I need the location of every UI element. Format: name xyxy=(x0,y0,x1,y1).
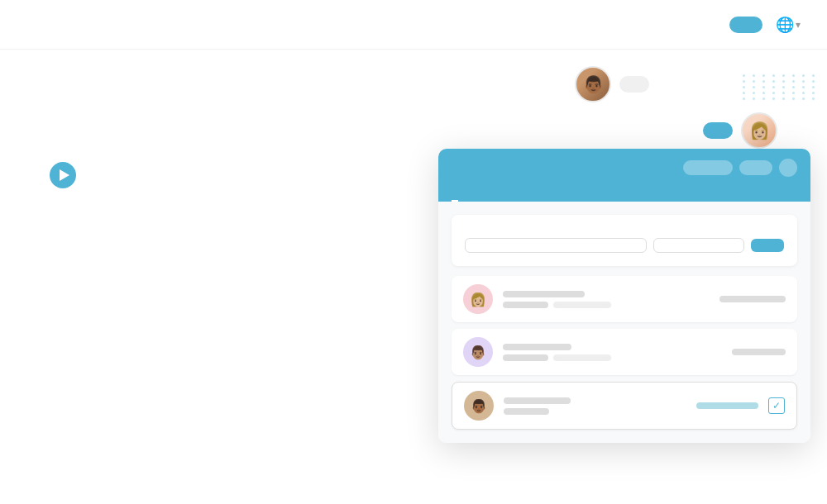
candidate-meta-3 xyxy=(504,408,626,415)
candidate-meta-2 xyxy=(503,354,639,361)
play-triangle xyxy=(60,169,69,181)
language-selector[interactable]: 🌐 ▾ xyxy=(776,16,801,34)
app-body: 👩🏼 👨🏽 xyxy=(438,202,810,443)
candidate-info-1 xyxy=(503,291,639,308)
app-header xyxy=(438,149,810,187)
candidate-name-bar-2 xyxy=(503,344,571,350)
navbar: 🌐 ▾ xyxy=(0,0,827,50)
candidate-avatar-1: 👩🏼 xyxy=(463,284,493,314)
tab-candidates[interactable] xyxy=(475,187,481,202)
candidate-meta-1 xyxy=(503,302,639,308)
header-avatar-dot xyxy=(779,159,797,177)
watch-video-button[interactable] xyxy=(50,162,380,188)
candidate-row: 👨🏽 xyxy=(452,329,797,375)
app-tabs xyxy=(438,187,810,202)
header-pill-2 xyxy=(739,160,772,175)
candidate-name-bar-3 xyxy=(504,397,571,404)
candidate-row-selected: 👨🏾 ✓ xyxy=(452,382,797,430)
tab-suggestions[interactable] xyxy=(452,187,458,202)
candidate-detail-2 xyxy=(649,349,786,355)
candidate-tag-1b xyxy=(553,302,611,308)
chat-bubble-1 xyxy=(619,76,649,93)
request-demo-button[interactable] xyxy=(729,17,762,33)
radius-selector[interactable] xyxy=(653,238,744,253)
checkmark-icon: ✓ xyxy=(772,400,781,411)
candidate-row: 👩🏼 xyxy=(452,276,797,322)
search-fields xyxy=(465,238,784,253)
chat-row-2: 👩🏼 xyxy=(430,112,794,149)
globe-icon: 🌐 xyxy=(776,16,794,34)
chat-row-1: 👨🏾 xyxy=(430,66,794,102)
search-section xyxy=(452,215,797,266)
candidate-tag-3a xyxy=(504,408,549,415)
candidate-detail-1 xyxy=(649,296,786,302)
candidate-detail-3 xyxy=(636,402,758,409)
candidate-tag-2b xyxy=(553,354,611,361)
right-panel: const dp = document.querySelector('.dot-… xyxy=(430,50,827,504)
candidate-tag-2a xyxy=(503,354,548,361)
avatar-woman: 👩🏼 xyxy=(741,112,777,149)
chevron-down-icon: ▾ xyxy=(796,19,801,31)
candidate-detail-bar-2 xyxy=(732,349,786,355)
candidate-checkbox-3[interactable]: ✓ xyxy=(768,397,785,414)
search-button[interactable] xyxy=(751,239,784,252)
main-content: const dp = document.querySelector('.dot-… xyxy=(0,50,827,504)
candidate-name-bar-1 xyxy=(503,291,585,297)
location-input[interactable] xyxy=(465,238,647,253)
candidate-detail-bar-1 xyxy=(719,296,786,302)
candidate-info-3 xyxy=(504,397,626,415)
candidate-avatar-2: 👨🏽 xyxy=(463,337,493,367)
candidate-info-2 xyxy=(503,344,639,361)
chat-bubble-2 xyxy=(703,122,733,139)
app-window: 👩🏼 👨🏽 xyxy=(438,149,810,443)
candidates-list: 👩🏼 👨🏽 xyxy=(452,276,797,430)
nav-right: 🌐 ▾ xyxy=(716,16,801,34)
app-header-right xyxy=(683,159,797,177)
play-icon xyxy=(50,162,76,188)
avatar-man: 👨🏾 xyxy=(575,66,611,102)
candidate-avatar-3: 👨🏾 xyxy=(464,391,494,421)
candidate-tag-1a xyxy=(503,302,548,308)
left-panel xyxy=(0,50,430,504)
header-pill-1 xyxy=(683,160,733,175)
candidate-detail-bar-3 xyxy=(696,402,758,409)
